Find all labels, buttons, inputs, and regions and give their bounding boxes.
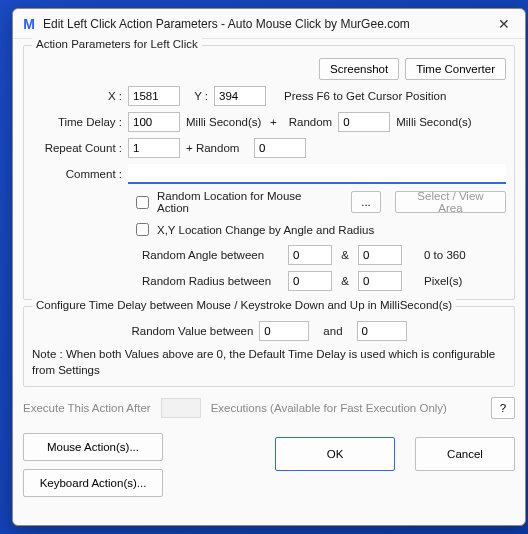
- amp-1: &: [338, 249, 352, 261]
- xy-change-check-input[interactable]: [136, 223, 149, 236]
- group2-title: Configure Time Delay between Mouse / Key…: [32, 299, 456, 311]
- repeat-count-label: Repeat Count :: [32, 142, 122, 154]
- xy-change-checkbox[interactable]: X,Y Location Change by Angle and Radius: [132, 220, 374, 239]
- time-delay-label: Time Delay :: [32, 116, 122, 128]
- cancel-button[interactable]: Cancel: [415, 437, 515, 471]
- press-f6-label: Press F6 to Get Cursor Position: [284, 90, 446, 102]
- time-delay-group: Configure Time Delay between Mouse / Key…: [23, 306, 515, 387]
- select-view-area-button[interactable]: Select / View Area: [395, 191, 506, 213]
- random-radius-label: Random Radius between: [142, 275, 282, 287]
- zero-to-360-label: 0 to 360: [424, 249, 466, 261]
- and-label: and: [323, 325, 342, 337]
- dialog-window: M Edit Left Click Action Parameters - Au…: [12, 8, 526, 526]
- random-angle-label: Random Angle between: [142, 249, 282, 261]
- action-params-group: Action Parameters for Left Click Screens…: [23, 45, 515, 300]
- time-converter-button[interactable]: Time Converter: [405, 58, 506, 80]
- content-area: Action Parameters for Left Click Screens…: [13, 39, 525, 525]
- ms-label-2: Milli Second(s): [396, 116, 471, 128]
- x-label: X :: [32, 90, 122, 102]
- execute-after-label: Execute This Action After: [23, 402, 151, 414]
- random-ms-input[interactable]: [338, 112, 390, 132]
- ellipsis-button[interactable]: ...: [351, 191, 381, 213]
- repeat-random-input[interactable]: [254, 138, 306, 158]
- mouse-actions-button[interactable]: Mouse Action(s)...: [23, 433, 163, 461]
- comment-label: Comment :: [32, 168, 122, 180]
- random-location-checkbox[interactable]: Random Location for Mouse Action: [132, 190, 327, 214]
- random-angle-b-input[interactable]: [358, 245, 402, 265]
- random-radius-b-input[interactable]: [358, 271, 402, 291]
- xy-change-label: X,Y Location Change by Angle and Radius: [157, 224, 374, 236]
- random-label: Random: [289, 116, 332, 128]
- group-title: Action Parameters for Left Click: [32, 38, 202, 50]
- screenshot-button[interactable]: Screenshot: [319, 58, 399, 80]
- note-text: Note : When both Values above are 0, the…: [32, 347, 506, 378]
- random-value-label: Random Value between: [131, 325, 253, 337]
- close-icon[interactable]: ✕: [483, 10, 525, 38]
- amp-2: &: [338, 275, 352, 287]
- execute-row: Execute This Action After Executions (Av…: [23, 397, 515, 419]
- random-value-b-input[interactable]: [357, 321, 407, 341]
- window-title: Edit Left Click Action Parameters - Auto…: [43, 17, 483, 31]
- ok-button[interactable]: OK: [275, 437, 395, 471]
- comment-input[interactable]: [128, 164, 506, 184]
- random-location-check-input[interactable]: [136, 196, 149, 209]
- plus-label: +: [270, 116, 277, 128]
- titlebar: M Edit Left Click Action Parameters - Au…: [13, 9, 525, 39]
- keyboard-actions-button[interactable]: Keyboard Action(s)...: [23, 469, 163, 497]
- ms-label-1: Milli Second(s): [186, 116, 264, 128]
- executions-label: Executions (Available for Fast Execution…: [211, 402, 447, 414]
- y-label: Y :: [186, 90, 208, 102]
- x-input[interactable]: [128, 86, 180, 106]
- pixels-label: Pixel(s): [424, 275, 462, 287]
- random-radius-a-input[interactable]: [288, 271, 332, 291]
- plus-random-label: + Random: [186, 142, 248, 154]
- y-input[interactable]: [214, 86, 266, 106]
- time-delay-input[interactable]: [128, 112, 180, 132]
- bottom-buttons: Mouse Action(s)... Keyboard Action(s)...…: [23, 433, 515, 497]
- random-value-a-input[interactable]: [259, 321, 309, 341]
- random-angle-a-input[interactable]: [288, 245, 332, 265]
- help-button[interactable]: ?: [491, 397, 515, 419]
- repeat-count-input[interactable]: [128, 138, 180, 158]
- execute-after-input: [161, 398, 201, 418]
- random-location-label: Random Location for Mouse Action: [157, 190, 327, 214]
- app-icon: M: [21, 16, 37, 32]
